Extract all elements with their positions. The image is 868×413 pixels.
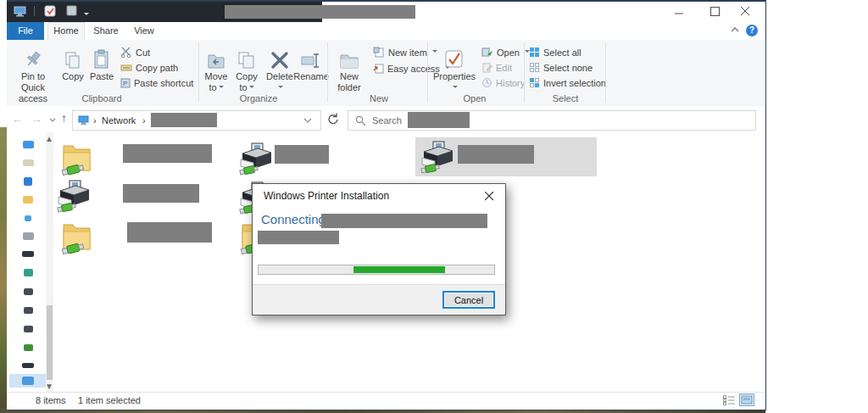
- search-icon: [355, 115, 366, 126]
- up-button[interactable]: ↑: [61, 111, 67, 125]
- paste-icon: [86, 42, 117, 70]
- properties-icon: [432, 42, 476, 70]
- group-label-select: Select: [519, 92, 612, 104]
- drive-icon[interactable]: [22, 363, 34, 368]
- pin-icon: [8, 42, 58, 70]
- network-printer-icon[interactable]: [24, 326, 33, 332]
- device-icon[interactable]: [23, 159, 34, 166]
- downloads-icon[interactable]: [24, 177, 32, 186]
- select-all-button[interactable]: Select all: [529, 45, 581, 59]
- progress-bar-chunk: [353, 266, 445, 273]
- move-to-button[interactable]: Moveto: [202, 42, 231, 90]
- copy-to-button[interactable]: Copyto: [232, 42, 261, 90]
- tab-home-label: Home: [53, 25, 78, 36]
- scroll-up-arrow[interactable]: ▲: [44, 134, 54, 144]
- paste-button[interactable]: Paste: [86, 42, 117, 90]
- new-folder-quick-icon[interactable]: [66, 5, 77, 16]
- copy-path-button[interactable]: Copy path: [120, 60, 178, 75]
- maximize-button[interactable]: [702, 3, 727, 19]
- onedrive-icon[interactable]: [25, 215, 31, 221]
- cut-button[interactable]: Cut: [120, 45, 150, 59]
- search-term-redacted: [408, 112, 470, 128]
- this-pc-icon[interactable]: [23, 232, 34, 240]
- documents-folder-icon[interactable]: [23, 196, 33, 204]
- select-none-button[interactable]: Select none: [529, 60, 593, 75]
- delete-button[interactable]: Delete: [263, 42, 297, 90]
- svg-text:P: P: [123, 80, 127, 87]
- minimize-button[interactable]: [666, 3, 692, 19]
- search-label: Search: [372, 114, 402, 127]
- properties-quick-icon[interactable]: [44, 5, 57, 17]
- rename-button[interactable]: Rename: [293, 42, 329, 90]
- new-item-label: New item: [388, 47, 427, 58]
- tab-file-label: File: [18, 25, 33, 36]
- copy-to-icon: [232, 42, 261, 70]
- address-box[interactable]: › Network ›: [72, 110, 321, 131]
- rename-icon: [293, 42, 329, 70]
- network-printer-icon[interactable]: [24, 307, 33, 314]
- forward-button[interactable]: →: [31, 112, 42, 126]
- crumb-separator: ›: [142, 114, 146, 127]
- refresh-button[interactable]: [323, 110, 343, 129]
- edit-button[interactable]: Edit: [481, 60, 512, 75]
- history-button[interactable]: History: [481, 75, 525, 90]
- new-folder-button[interactable]: Newfolder: [332, 42, 366, 90]
- group-separator: [198, 42, 199, 103]
- network-printer-green-icon[interactable]: [24, 344, 33, 351]
- quick-access-pc-icon[interactable]: [23, 141, 34, 148]
- invert-selection-label: Invert selection: [543, 78, 606, 88]
- close-button[interactable]: [732, 3, 758, 19]
- cancel-button[interactable]: Cancel: [442, 291, 495, 309]
- tab-share[interactable]: Share: [88, 22, 124, 40]
- copy-to-label-2: to: [239, 82, 247, 92]
- tab-view[interactable]: View: [127, 22, 161, 40]
- network-printer-icon[interactable]: [24, 288, 33, 295]
- back-button[interactable]: ←: [12, 112, 24, 126]
- drive-icon[interactable]: [22, 251, 34, 257]
- dialog-footer: Cancel: [253, 284, 505, 315]
- address-dropdown-chevron-icon[interactable]: [303, 118, 312, 124]
- new-folder-label-1: New: [340, 71, 359, 81]
- details-view-toggle[interactable]: [723, 395, 736, 405]
- recent-locations-caret[interactable]: [49, 118, 56, 123]
- group-separator: [327, 42, 328, 103]
- printer-installation-dialog: Windows Printer Installation Connecting …: [252, 183, 506, 315]
- tab-home[interactable]: Home: [47, 22, 85, 41]
- help-icon[interactable]: ?: [746, 25, 758, 36]
- select-all-icon: [529, 47, 540, 58]
- pin-to-quick-access-button[interactable]: Pin to Quickaccess: [8, 42, 58, 90]
- qat-separator: [34, 6, 35, 16]
- open-icon: [481, 47, 493, 58]
- explorer-icon: [14, 6, 27, 17]
- status-items-count: 8 items: [36, 395, 65, 405]
- select-none-label: Select none: [543, 63, 593, 73]
- invert-selection-button[interactable]: Invert selection: [529, 75, 606, 90]
- open-label: Open: [497, 47, 520, 58]
- tab-share-label: Share: [93, 25, 118, 36]
- open-button[interactable]: Open: [481, 45, 530, 59]
- minimize-ribbon-chevron-icon[interactable]: [731, 26, 739, 33]
- search-input[interactable]: Search: [348, 110, 756, 131]
- edit-label: Edit: [496, 63, 512, 73]
- qat-customize-caret[interactable]: [82, 9, 89, 20]
- paste-shortcut-button[interactable]: P Paste shortcut: [120, 75, 193, 90]
- copy-icon: [59, 42, 86, 70]
- paste-label: Paste: [90, 71, 114, 81]
- pin-label-1: Pin to Quick: [21, 71, 45, 92]
- thumbnail-view-toggle[interactable]: [739, 393, 754, 406]
- tab-file[interactable]: File: [7, 22, 44, 40]
- copy-button[interactable]: Copy: [59, 42, 86, 90]
- library-icon[interactable]: [24, 269, 33, 276]
- dialog-close-icon[interactable]: [480, 187, 498, 204]
- select-none-icon: [529, 62, 540, 73]
- network-folder-icon[interactable]: [22, 377, 34, 385]
- move-to-icon: [202, 42, 231, 70]
- crumb-network[interactable]: Network: [102, 114, 136, 127]
- move-to-label-1: Move: [205, 71, 228, 81]
- sidebar-scrollbar-thumb[interactable]: [47, 305, 53, 380]
- status-selection-count: 1 item selected: [78, 395, 141, 405]
- properties-button[interactable]: Properties: [432, 42, 476, 90]
- location-computer-icon: [78, 115, 90, 126]
- dialog-target-redacted: [321, 214, 487, 228]
- scroll-down-arrow[interactable]: ▼: [44, 382, 54, 392]
